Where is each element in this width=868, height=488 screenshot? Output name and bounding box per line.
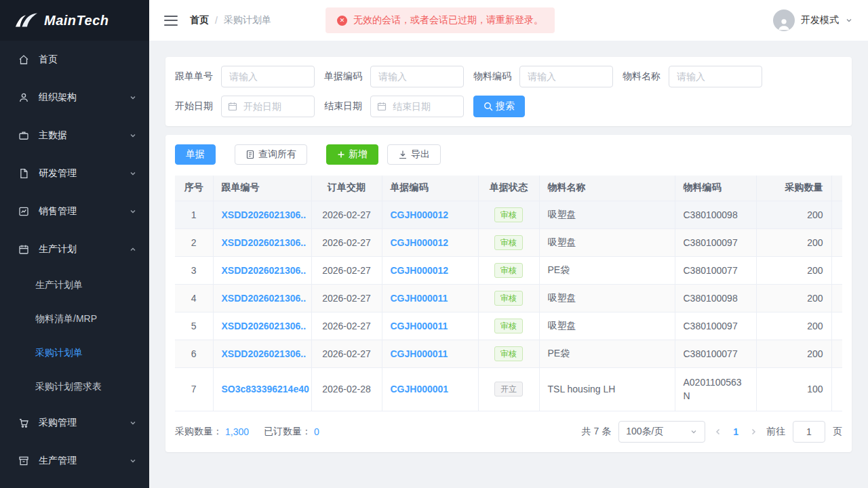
table-row[interactable]: 2 XSDD2026021306.. 2026-02-27 CGJH000012… bbox=[175, 228, 842, 256]
order-no-input[interactable] bbox=[221, 66, 315, 87]
filter-field-end-date: 结束日期 bbox=[324, 96, 464, 117]
cell-index: 4 bbox=[175, 284, 213, 312]
cell-doc-no: CGJH000011 bbox=[382, 284, 478, 312]
cell-order-no: SO3c833396214e40 bbox=[213, 367, 311, 411]
add-button[interactable]: 新增 bbox=[326, 144, 378, 165]
user-menu[interactable]: 开发模式 bbox=[773, 9, 853, 31]
sidebar-item-purchasing[interactable]: 采购管理 bbox=[0, 404, 149, 442]
search-button[interactable]: 搜索 bbox=[473, 96, 525, 117]
end-date-input[interactable] bbox=[370, 96, 464, 117]
box-icon bbox=[18, 455, 30, 467]
cell-material-name: PE袋 bbox=[539, 340, 675, 367]
breadcrumb-separator: / bbox=[215, 15, 218, 26]
material-name-input[interactable] bbox=[669, 66, 762, 87]
start-date-input[interactable] bbox=[221, 96, 315, 117]
brand-swoosh-icon bbox=[15, 12, 38, 28]
sidebar-item-label: 采购管理 bbox=[39, 417, 77, 429]
doc-no-link[interactable]: CGJH000001 bbox=[391, 384, 449, 394]
order-no-link[interactable]: XSDD2026021306.. bbox=[222, 348, 307, 359]
table-row[interactable]: 1 XSDD2026021306.. 2026-02-27 CGJH000012… bbox=[175, 201, 842, 228]
sidebar-item-label: 主数据 bbox=[39, 129, 67, 142]
col-header-index: 序号 bbox=[175, 176, 213, 201]
table-row[interactable]: 7 SO3c833396214e40 2026-02-28 CGJH000001… bbox=[175, 367, 842, 411]
status-badge: 审核 bbox=[494, 235, 523, 250]
filter-row-2: 开始日期 结束日期 bbox=[175, 96, 842, 117]
table-row[interactable]: 5 XSDD2026021306.. 2026-02-27 CGJH000011… bbox=[175, 312, 842, 340]
cell-extra bbox=[831, 201, 842, 228]
cell-material-name: PE袋 bbox=[539, 256, 675, 284]
toolbar: 单据 查询所有 新增 导出 bbox=[175, 144, 842, 165]
cell-qty: 200 bbox=[756, 201, 831, 228]
cell-material-code: A0201100563N bbox=[675, 367, 756, 411]
doc-no-link[interactable]: CGJH000011 bbox=[391, 293, 448, 304]
order-no-link[interactable]: SO3c833396214e40 bbox=[222, 384, 309, 394]
cell-order-no: XSDD2026021306.. bbox=[213, 228, 311, 256]
filter-field-material-code: 物料编码 bbox=[473, 66, 613, 87]
order-no-link[interactable]: XSDD2026021306.. bbox=[222, 293, 307, 304]
sidebar-subitem-purchase-plan-demand[interactable]: 采购计划需求表 bbox=[0, 370, 149, 404]
page-content: 跟单单号 单据编码 物料编码 物料名称 bbox=[149, 41, 868, 488]
doc-no-link[interactable]: CGJH000012 bbox=[391, 209, 449, 220]
cell-index: 5 bbox=[175, 312, 213, 340]
cell-delivery-date: 2026-02-27 bbox=[311, 340, 382, 367]
doc-no-link[interactable]: CGJH000011 bbox=[391, 321, 448, 331]
page-size-select[interactable]: 100条/页 bbox=[618, 421, 705, 443]
cell-extra bbox=[831, 284, 842, 312]
cell-delivery-date: 2026-02-27 bbox=[311, 201, 382, 228]
table-row[interactable]: 4 XSDD2026021306.. 2026-02-27 CGJH000011… bbox=[175, 284, 842, 312]
cell-status: 开立 bbox=[478, 367, 539, 411]
doc-no-link[interactable]: CGJH000011 bbox=[391, 348, 448, 359]
data-table: 序号 跟单编号 订单交期 单据编码 单据状态 物料名称 物料编码 采购数量 bbox=[175, 176, 842, 411]
doc-no-input[interactable] bbox=[370, 66, 464, 87]
order-no-link[interactable]: XSDD2026021306.. bbox=[222, 265, 307, 276]
sidebar-item-production[interactable]: 生产管理 bbox=[0, 442, 149, 480]
field-label: 物料编码 bbox=[473, 70, 511, 83]
sidebar-item-master-data[interactable]: 主数据 bbox=[0, 117, 149, 155]
status-badge: 审核 bbox=[494, 319, 523, 333]
order-no-link[interactable]: XSDD2026021306.. bbox=[222, 209, 307, 220]
order-no-link[interactable]: XSDD2026021306.. bbox=[222, 237, 307, 248]
chevron-down-icon bbox=[129, 207, 137, 216]
ordered-qty-value: 0 bbox=[314, 426, 319, 437]
sidebar-item-home[interactable]: 首页 bbox=[0, 41, 149, 79]
goto-label: 前往 bbox=[766, 426, 785, 438]
sidebar-item-org[interactable]: 组织架构 bbox=[0, 79, 149, 117]
sidebar-item-production-plan[interactable]: 生产计划 bbox=[0, 230, 149, 268]
export-button[interactable]: 导出 bbox=[387, 144, 441, 165]
cell-index: 3 bbox=[175, 256, 213, 284]
sidebar-item-rd[interactable]: 研发管理 bbox=[0, 155, 149, 192]
breadcrumb-current: 采购计划单 bbox=[224, 14, 271, 26]
prev-page-icon[interactable] bbox=[713, 428, 724, 436]
chevron-down-icon bbox=[129, 457, 137, 465]
sidebar-item-sales[interactable]: 销售管理 bbox=[0, 192, 149, 230]
sidebar-subitem-bom-mrp[interactable]: 物料清单/MRP bbox=[0, 302, 149, 336]
doc-no-link[interactable]: CGJH000012 bbox=[391, 265, 449, 276]
sidebar-subitem-production-plan-order[interactable]: 生产计划单 bbox=[0, 268, 149, 302]
cell-material-code: C380100098 bbox=[675, 201, 756, 228]
session-alert: ✕ 无效的会话，或者会话已过期，请重新登录。 bbox=[326, 7, 555, 33]
doc-no-link[interactable]: CGJH000012 bbox=[391, 237, 449, 248]
table-row[interactable]: 6 XSDD2026021306.. 2026-02-27 CGJH000011… bbox=[175, 340, 842, 367]
cell-doc-no: CGJH000012 bbox=[382, 201, 478, 228]
chevron-down-icon bbox=[690, 428, 698, 436]
next-page-icon[interactable] bbox=[748, 428, 759, 436]
table-row[interactable]: 3 XSDD2026021306.. 2026-02-27 CGJH000012… bbox=[175, 256, 842, 284]
breadcrumb-home[interactable]: 首页 bbox=[190, 14, 209, 26]
status-badge: 开立 bbox=[494, 382, 523, 396]
current-page[interactable]: 1 bbox=[731, 426, 741, 437]
chevron-down-icon bbox=[129, 419, 137, 427]
col-header-doc-no: 单据编码 bbox=[382, 176, 478, 201]
page-unit-label: 页 bbox=[833, 426, 842, 438]
query-all-button[interactable]: 查询所有 bbox=[235, 144, 307, 165]
menu-toggle-icon[interactable] bbox=[164, 16, 178, 26]
totals-summary: 采购数量： 1,300 已订数量： 0 bbox=[175, 426, 334, 438]
cell-qty: 200 bbox=[756, 228, 831, 256]
avatar bbox=[773, 9, 795, 31]
goto-page-input[interactable] bbox=[793, 421, 825, 443]
order-no-link[interactable]: XSDD2026021306.. bbox=[222, 321, 307, 331]
status-badge: 审核 bbox=[494, 207, 523, 222]
doc-button[interactable]: 单据 bbox=[175, 144, 216, 165]
material-code-input[interactable] bbox=[519, 66, 613, 87]
app-root: MainTech 首页 组织架构 主数据 研发管理 bbox=[0, 0, 868, 488]
sidebar-subitem-purchase-plan-order[interactable]: 采购计划单 bbox=[0, 336, 149, 370]
